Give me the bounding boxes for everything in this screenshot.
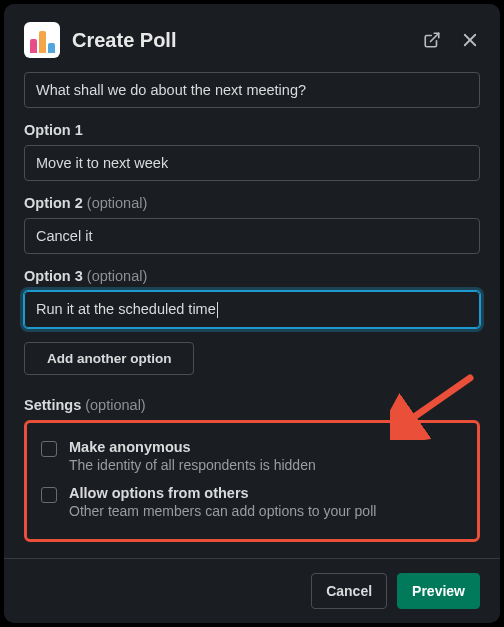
close-icon[interactable] — [460, 30, 480, 50]
setting-title: Make anonymous — [69, 439, 316, 455]
setting-anonymous: Make anonymous The identity of all respo… — [41, 433, 463, 479]
preview-button[interactable]: Preview — [397, 573, 480, 609]
settings-heading: Settings (optional) — [24, 397, 480, 413]
checkbox-anonymous[interactable] — [41, 441, 57, 457]
modal-title: Create Poll — [72, 29, 422, 52]
option-label-2: Option 2 (optional) — [24, 195, 480, 211]
create-poll-modal: Create Poll What shall we do about the n… — [4, 4, 500, 623]
option-label-1: Option 1 — [24, 122, 480, 138]
modal-footer: Cancel Preview — [4, 558, 500, 623]
poll-app-icon — [24, 22, 60, 58]
question-input[interactable]: What shall we do about the next meeting? — [24, 72, 480, 108]
setting-title: Allow options from others — [69, 485, 376, 501]
svg-line-0 — [431, 33, 439, 41]
setting-allow-options: Allow options from others Other team mem… — [41, 479, 463, 525]
open-external-icon[interactable] — [422, 30, 442, 50]
checkbox-allow-options[interactable] — [41, 487, 57, 503]
text-cursor — [217, 302, 218, 318]
option-input-1[interactable]: Move it to next week — [24, 145, 480, 181]
modal-body: What shall we do about the next meeting?… — [4, 72, 500, 558]
settings-section: Make anonymous The identity of all respo… — [24, 420, 480, 542]
option-input-2[interactable]: Cancel it — [24, 218, 480, 254]
option-label-3: Option 3 (optional) — [24, 268, 480, 284]
modal-header: Create Poll — [4, 4, 500, 72]
cancel-button[interactable]: Cancel — [311, 573, 387, 609]
add-option-button[interactable]: Add another option — [24, 342, 194, 375]
setting-desc: Other team members can add options to yo… — [69, 503, 376, 519]
setting-desc: The identity of all respondents is hidde… — [69, 457, 316, 473]
option-input-3[interactable]: Run it at the scheduled time — [24, 291, 480, 328]
